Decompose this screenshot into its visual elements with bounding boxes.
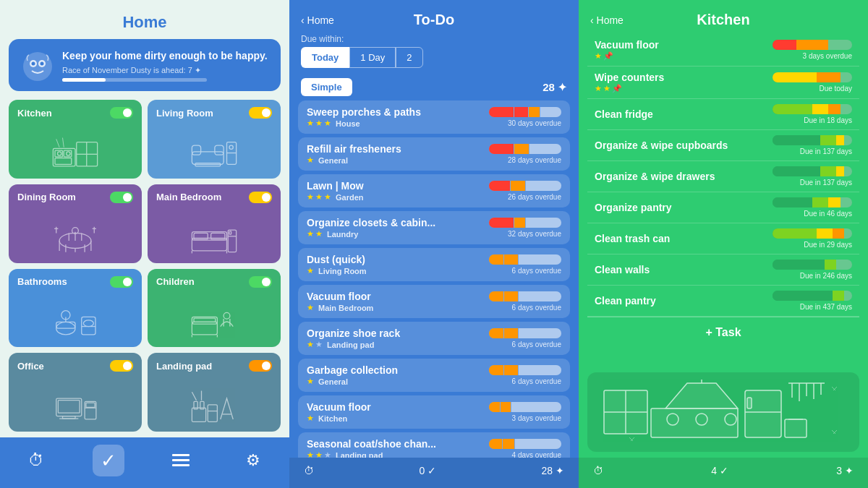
svg-rect-50 <box>194 318 216 322</box>
due-label: Due within: <box>301 34 567 44</box>
svg-rect-64 <box>208 405 217 422</box>
kitchen-task-trash[interactable]: Clean trash can Due in 29 days <box>587 223 859 254</box>
simple-button[interactable]: Simple <box>301 78 352 96</box>
room-office[interactable]: Office <box>9 353 142 432</box>
bathrooms-toggle[interactable] <box>110 276 133 288</box>
todo-back-btn[interactable]: ‹ Home <box>301 14 334 26</box>
todo-item[interactable]: Refill air fresheners ★ General 28 days … <box>298 137 570 171</box>
kitchen-footer-pending: 3 ✦ <box>836 465 854 476</box>
rooms-grid: Kitchen <box>0 100 289 432</box>
kitchen-task-clean-pantry[interactable]: Clean pantry Due in 437 days <box>587 286 859 317</box>
kitchen-footer-clock: ⏱ <box>593 465 603 476</box>
kitchen-illustration <box>587 372 859 452</box>
svg-point-20 <box>229 145 233 149</box>
banner-progress-fill <box>62 78 106 82</box>
nav-gear[interactable]: ⚙ <box>237 445 269 476</box>
due-tab-2[interactable]: 2 <box>396 47 422 68</box>
svg-rect-16 <box>215 145 224 155</box>
children-toggle[interactable] <box>249 276 272 288</box>
todo-item[interactable]: Lawn | Mow ★★★ Garden 26 days overdue <box>298 174 570 207</box>
svg-point-46 <box>83 320 93 327</box>
kitchen-toggle[interactable] <box>110 107 133 119</box>
nav-check[interactable]: ✓ <box>93 445 124 476</box>
room-living[interactable]: Living Room <box>148 100 281 179</box>
svg-rect-77 <box>747 398 752 408</box>
todo-item[interactable]: Sweep porches & paths ★★★ House 30 days … <box>298 100 570 134</box>
todo-item[interactable]: Dust (quick) ★ Living Room 6 days overdu… <box>298 248 570 281</box>
todo-header: ‹ Home To-Do <box>289 0 579 34</box>
room-dining[interactable]: Dining Room <box>9 184 142 263</box>
due-tabs: Today 1 Day 2 <box>301 47 567 68</box>
banner-card[interactable]: Keep your home dirty enough to be happy.… <box>9 39 281 91</box>
kitchen-task-walls[interactable]: Clean walls Due in 246 days <box>587 254 859 286</box>
due-tab-today[interactable]: Today <box>301 47 349 68</box>
room-bedroom[interactable]: Main Bedroom <box>148 184 281 263</box>
banner-sub: Race of November Dusty is ahead: 7 ✦ <box>62 66 269 75</box>
todo-panel: ‹ Home To-Do Due within: Today 1 Day 2 S… <box>289 0 579 488</box>
svg-point-4 <box>41 62 44 66</box>
svg-point-12 <box>58 152 61 155</box>
due-within-section: Due within: Today 1 Day 2 <box>289 34 579 74</box>
todo-item[interactable]: Seasonal coat/shoe chan... ★★★ Landing p… <box>298 432 570 458</box>
task-count: 28 ✦ <box>542 81 567 94</box>
kitchen-footer: ⏱ 4 ✓ 3 ✦ <box>579 458 868 488</box>
kitchen-task-cupboards[interactable]: Organize & wipe cupboards Due in 137 day… <box>587 130 859 161</box>
svg-rect-87 <box>785 419 807 437</box>
svg-rect-15 <box>192 145 200 155</box>
home-title: Home <box>0 0 289 39</box>
banner-text: Keep your home dirty enough to be happy. <box>62 49 269 63</box>
todo-item[interactable]: Organize closets & cabin... ★★ Laundry 3… <box>298 211 570 244</box>
svg-point-3 <box>32 62 35 66</box>
kitchen-task-wipe-counters[interactable]: Wipe counters ★ ★ 📌 Due today <box>587 67 859 99</box>
monster-icon <box>20 49 55 84</box>
svg-rect-8 <box>55 158 72 164</box>
kitchen-task-pantry[interactable]: Organize pantry Due in 46 days <box>587 192 859 223</box>
svg-rect-60 <box>86 403 95 407</box>
todo-title: To-Do <box>414 12 454 28</box>
nav-list[interactable] <box>165 445 197 476</box>
kitchen-task-drawers[interactable]: Organize & wipe drawers Due in 137 days <box>587 161 859 192</box>
living-toggle[interactable] <box>249 107 272 119</box>
svg-rect-68 <box>172 459 190 461</box>
kitchen-back-btn[interactable]: ‹ Home <box>590 14 624 26</box>
svg-rect-71 <box>651 408 738 437</box>
svg-point-53 <box>224 313 230 320</box>
todo-item[interactable]: Garbage collection ★ General 6 days over… <box>298 359 570 392</box>
landing-toggle[interactable] <box>249 360 272 372</box>
svg-rect-14 <box>192 152 224 165</box>
svg-rect-55 <box>58 401 80 414</box>
add-task-button[interactable]: + Task <box>587 317 859 348</box>
nav-clock[interactable]: ⏱ <box>20 445 52 476</box>
room-bathrooms[interactable]: Bathrooms <box>9 269 142 348</box>
office-toggle[interactable] <box>110 360 133 372</box>
bedroom-toggle[interactable] <box>249 192 272 203</box>
kitchen-header: ‹ Home Kitchen <box>579 0 868 34</box>
svg-point-13 <box>67 152 70 155</box>
svg-rect-40 <box>229 231 231 234</box>
svg-rect-54 <box>56 398 82 416</box>
banner-progress <box>62 78 207 82</box>
footer-clock-icon: ⏱ <box>304 465 314 476</box>
room-kitchen[interactable]: Kitchen <box>9 100 142 179</box>
svg-rect-45 <box>82 317 95 335</box>
kitchen-title: Kitchen <box>697 12 749 28</box>
room-landing[interactable]: Landing pad <box>148 353 281 432</box>
svg-rect-61 <box>192 408 205 421</box>
todo-footer: ⏱ 0 ✓ 28 ✦ <box>289 458 579 488</box>
kitchen-task-clean-fridge[interactable]: Clean fridge Due in 18 days <box>587 99 859 130</box>
dining-toggle[interactable] <box>110 192 133 203</box>
todo-item[interactable]: Vacuum floor ★ Main Bedroom 6 days overd… <box>298 285 570 318</box>
footer-pending-count: 28 ✦ <box>542 465 564 476</box>
svg-rect-69 <box>172 464 190 466</box>
room-children[interactable]: Children <box>148 269 281 348</box>
todo-item[interactable]: Vacuum floor ★ Kitchen 3 days overdue <box>298 395 570 429</box>
svg-rect-67 <box>172 454 190 456</box>
svg-rect-42 <box>56 322 75 329</box>
bottom-nav: ⏱ ✓ ⚙ <box>0 437 289 488</box>
due-tab-1day[interactable]: 1 Day <box>349 47 396 68</box>
todo-item[interactable]: Organize shoe rack ★★ Landing pad 6 days… <box>298 322 570 355</box>
footer-done-count: 0 ✓ <box>419 465 436 476</box>
home-panel: Home Keep your home dirty enough to be h… <box>0 0 289 488</box>
kitchen-task-list: Vacuum floor ★ 📌 3 days overdue <box>579 34 868 372</box>
kitchen-task-vacuum[interactable]: Vacuum floor ★ 📌 3 days overdue <box>587 34 859 67</box>
